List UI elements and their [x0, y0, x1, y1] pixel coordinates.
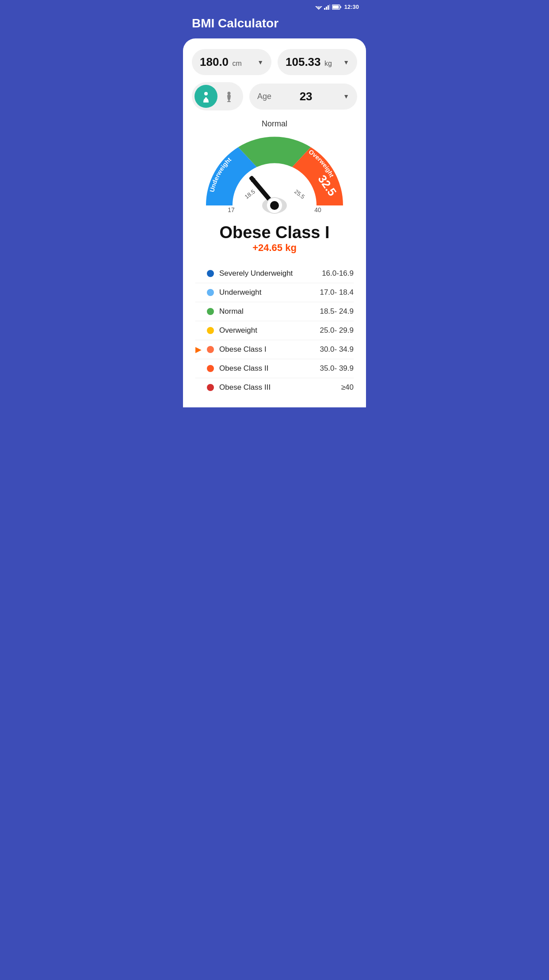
female-button[interactable]	[217, 85, 240, 108]
category-range: 25.0- 29.9	[320, 326, 354, 335]
gauge-container: 17 18.5 25.5 40 Underweight Overwe	[199, 130, 350, 219]
main-card: 180.0 cm ▼ 105.33 kg ▼	[183, 38, 366, 407]
signal-icon	[324, 4, 330, 10]
category-name: Overweight	[219, 326, 320, 335]
svg-rect-4	[326, 7, 327, 10]
age-value: 23	[300, 90, 313, 103]
category-range: ≥40	[341, 383, 354, 392]
category-row: ▶ Obese Class III ≥40	[195, 378, 354, 397]
inactive-placeholder: ▶	[195, 326, 206, 335]
category-name: Obese Class III	[219, 383, 341, 392]
active-indicator-icon: ▶	[195, 345, 206, 354]
svg-text:17: 17	[228, 206, 235, 213]
category-range: 35.0- 39.9	[320, 364, 354, 373]
age-input[interactable]: Age 23 ▼	[249, 84, 357, 110]
svg-rect-5	[328, 5, 329, 10]
weight-value: 105.33	[286, 55, 321, 68]
age-label: Age	[257, 92, 271, 101]
svg-rect-6	[329, 4, 330, 10]
wifi-icon	[315, 4, 322, 10]
svg-rect-14	[227, 101, 231, 102]
controls-row: Age 23 ▼	[192, 82, 357, 110]
category-name: Normal	[219, 307, 320, 316]
svg-point-12	[228, 92, 231, 95]
svg-rect-11	[205, 97, 207, 101]
battery-icon	[332, 4, 342, 10]
weight-unit: kg	[324, 60, 332, 67]
category-row: ▶ Severely Underweight 16.0-16.9	[195, 264, 354, 283]
inactive-placeholder: ▶	[195, 383, 206, 392]
category-range: 16.0-16.9	[322, 269, 354, 278]
category-range: 30.0- 34.9	[320, 345, 354, 354]
height-value: 180.0	[200, 55, 229, 68]
inputs-row: 180.0 cm ▼ 105.33 kg ▼	[192, 49, 357, 75]
category-dot	[207, 327, 214, 334]
inactive-placeholder: ▶	[195, 364, 206, 373]
svg-rect-8	[332, 5, 339, 8]
gauge-section: Normal 17 18.5	[192, 119, 357, 219]
category-dot	[207, 289, 214, 296]
inactive-placeholder: ▶	[195, 288, 206, 297]
category-row: ▶ Normal 18.5- 24.9	[195, 302, 354, 321]
result-section: Obese Class I +24.65 kg	[192, 223, 357, 254]
height-chevron-icon: ▼	[257, 59, 263, 66]
app-title: BMI Calculator	[192, 16, 357, 30]
gauge-label-normal: Normal	[262, 119, 287, 129]
category-name: Obese Class I	[219, 345, 320, 354]
category-dot	[207, 365, 214, 372]
category-row: ▶ Obese Class I 30.0- 34.9	[195, 340, 354, 359]
svg-point-27	[270, 201, 279, 210]
category-dot	[207, 346, 214, 353]
svg-rect-9	[340, 6, 341, 8]
category-dot	[207, 270, 214, 277]
category-dot	[207, 308, 214, 315]
category-row: ▶ Overweight 25.0- 29.9	[195, 321, 354, 340]
category-range: 18.5- 24.9	[320, 307, 354, 316]
age-chevron-icon: ▼	[343, 93, 349, 100]
category-range: 17.0- 18.4	[320, 288, 354, 297]
category-name: Underweight	[219, 288, 320, 297]
female-icon	[223, 90, 235, 103]
male-button[interactable]	[194, 85, 217, 108]
male-icon	[200, 90, 212, 103]
category-dot	[207, 384, 214, 391]
svg-rect-3	[324, 8, 325, 10]
app-header: BMI Calculator	[183, 12, 366, 38]
gender-toggle	[192, 82, 243, 110]
inactive-placeholder: ▶	[195, 307, 206, 316]
category-row: ▶ Underweight 17.0- 18.4	[195, 283, 354, 302]
category-row: ▶ Obese Class II 35.0- 39.9	[195, 359, 354, 378]
category-name: Severely Underweight	[219, 269, 322, 278]
height-unit: cm	[233, 60, 242, 67]
category-name: Obese Class II	[219, 364, 320, 373]
height-input[interactable]: 180.0 cm ▼	[192, 49, 271, 75]
gauge-svg: 17 18.5 25.5 40 Underweight Overwe	[199, 130, 350, 219]
svg-text:40: 40	[314, 206, 321, 213]
svg-point-10	[204, 92, 208, 95]
inactive-placeholder: ▶	[195, 269, 206, 278]
result-diff-label: +24.65 kg	[192, 242, 357, 254]
weight-chevron-icon: ▼	[343, 59, 349, 66]
weight-input[interactable]: 105.33 kg ▼	[278, 49, 357, 75]
status-bar: 12:30	[183, 0, 366, 12]
time-display: 12:30	[344, 4, 359, 10]
categories-list: ▶ Severely Underweight 16.0-16.9 ▶ Under…	[192, 264, 357, 397]
status-icons	[315, 4, 342, 10]
result-class-label: Obese Class I	[192, 223, 357, 242]
